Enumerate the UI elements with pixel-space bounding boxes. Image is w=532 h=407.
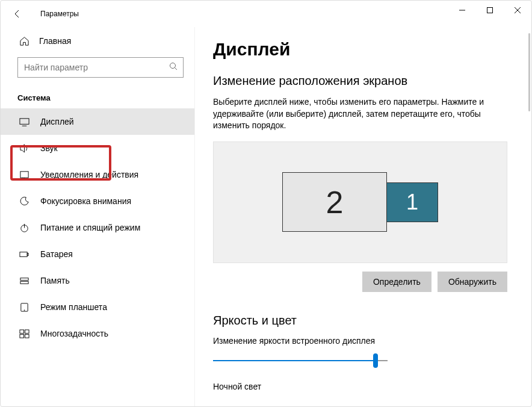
svg-rect-13 xyxy=(20,278,28,280)
svg-rect-1 xyxy=(487,8,493,13)
sidebar-home-label: Главная xyxy=(39,36,71,46)
back-button[interactable] xyxy=(5,2,29,26)
svg-rect-14 xyxy=(20,281,28,284)
home-icon xyxy=(19,36,29,46)
sidebar: Главная Система Дисплей Звук xyxy=(1,27,194,406)
focus-icon xyxy=(19,196,29,207)
svg-rect-11 xyxy=(19,252,26,256)
sidebar-item-display[interactable]: Дисплей xyxy=(1,108,194,135)
display-icon xyxy=(19,116,29,127)
svg-rect-12 xyxy=(27,253,28,255)
main-content: Дисплей Изменение расположения экранов В… xyxy=(194,27,531,406)
sidebar-item-multitask[interactable]: Многозадачность xyxy=(1,320,194,347)
battery-icon xyxy=(19,249,29,259)
sidebar-item-label: Память xyxy=(40,276,70,285)
sidebar-item-notifications[interactable]: Уведомления и действия xyxy=(1,161,194,188)
sidebar-item-label: Дисплей xyxy=(40,117,74,126)
sidebar-item-battery[interactable]: Батарея xyxy=(1,241,194,267)
sidebar-item-label: Звук xyxy=(40,143,58,153)
minimize-button[interactable] xyxy=(448,1,476,20)
night-light-label: Ночной свет xyxy=(213,382,507,391)
multitask-icon xyxy=(19,328,29,339)
page-title: Дисплей xyxy=(213,39,507,60)
sidebar-group-label: Система xyxy=(1,80,194,108)
maximize-button[interactable] xyxy=(476,1,504,20)
monitor-1[interactable]: 1 xyxy=(386,182,438,222)
power-icon xyxy=(19,222,29,233)
sidebar-item-focus[interactable]: Фокусировка внимания xyxy=(1,188,194,214)
sidebar-item-sound[interactable]: Звук xyxy=(1,135,194,161)
brightness-label: Изменение яркости встроенного дисплея xyxy=(213,336,507,346)
storage-icon xyxy=(19,275,29,286)
search-input[interactable] xyxy=(17,57,184,78)
sidebar-item-power[interactable]: Питание и спящий режим xyxy=(1,214,194,241)
svg-rect-6 xyxy=(19,118,28,123)
svg-rect-18 xyxy=(25,329,29,333)
tablet-icon xyxy=(19,302,29,312)
brightness-slider[interactable] xyxy=(213,354,388,367)
svg-rect-19 xyxy=(19,334,23,338)
monitor-2[interactable]: 2 xyxy=(282,172,387,232)
monitor-arrangement-area[interactable]: 2 1 xyxy=(213,141,507,263)
svg-rect-8 xyxy=(20,171,28,177)
sidebar-item-label: Режим планшета xyxy=(40,302,107,312)
arrange-heading: Изменение расположения экранов xyxy=(213,74,507,88)
svg-rect-20 xyxy=(25,334,29,338)
detect-button[interactable]: Обнаружить xyxy=(438,272,507,292)
sound-icon xyxy=(19,143,29,154)
sidebar-item-label: Питание и спящий режим xyxy=(40,223,140,232)
sidebar-home[interactable]: Главная xyxy=(1,31,194,51)
sidebar-item-label: Фокусировка внимания xyxy=(40,196,131,206)
window-controls xyxy=(448,1,531,20)
notifications-icon xyxy=(19,169,29,180)
title-bar: Параметры xyxy=(1,1,531,27)
sidebar-item-label: Многозадачность xyxy=(40,329,108,338)
sidebar-item-label: Уведомления и действия xyxy=(40,170,138,179)
arrange-hint: Выберите дисплей ниже, чтобы изменить ег… xyxy=(213,96,490,132)
svg-point-16 xyxy=(24,309,25,310)
sidebar-item-label: Батарея xyxy=(40,249,73,259)
close-button[interactable] xyxy=(504,1,531,20)
svg-rect-17 xyxy=(19,329,23,333)
sidebar-item-storage[interactable]: Память xyxy=(1,267,194,294)
brightness-heading: Яркость и цвет xyxy=(213,314,507,328)
scrollbar[interactable] xyxy=(528,33,530,111)
window-title: Параметры xyxy=(40,10,79,18)
sidebar-item-tablet[interactable]: Режим планшета xyxy=(1,294,194,320)
identify-button[interactable]: Определить xyxy=(362,272,431,292)
